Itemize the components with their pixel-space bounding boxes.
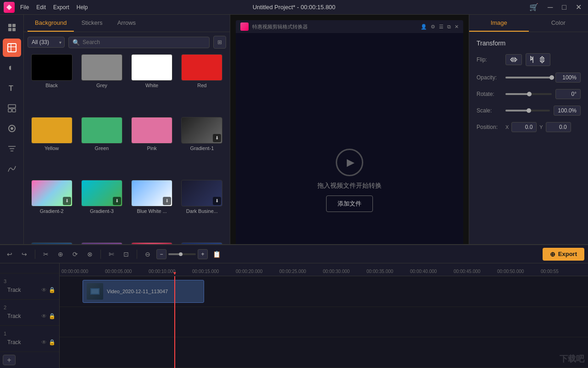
sidebar-item-effects[interactable] xyxy=(3,119,21,138)
bg-item-darkbusiness[interactable]: ⬇ Dark Busine... xyxy=(178,180,226,241)
timeline-toolbar: ↩ ↪ ✂ ⊕ ⟳ ⊗ ✄ ⊡ ⊖ − + 📋 ⊕ Export xyxy=(0,245,588,263)
zoom-in-button[interactable]: + xyxy=(198,249,208,259)
sidebar-item-audio[interactable] xyxy=(3,59,21,77)
preview-restore-icon[interactable]: ⧉ xyxy=(447,24,451,30)
y-value[interactable]: 0.0 xyxy=(546,122,571,132)
bg-item-gradient2[interactable]: ⬇ Gradient-2 xyxy=(28,180,76,241)
tab-color[interactable]: Color xyxy=(529,15,588,32)
sidebar-item-template[interactable] xyxy=(3,99,21,117)
svg-rect-2 xyxy=(8,28,11,31)
bg-label-gradient3: Gradient-3 xyxy=(90,208,114,214)
separator xyxy=(35,250,35,259)
tab-stickers[interactable]: Stickers xyxy=(74,15,110,32)
svg-rect-0 xyxy=(8,24,11,27)
tab-arrows[interactable]: Arrows xyxy=(110,15,143,32)
titlebar-left: File Edit Export Help xyxy=(4,2,88,13)
sidebar-item-filter[interactable] xyxy=(3,139,21,158)
bg-item-yellow[interactable]: Yellow xyxy=(28,117,76,178)
track-labels: 3 Track 👁 🔒 2 Track 👁 🔒 xyxy=(0,263,60,368)
sidebar-item-text[interactable]: T xyxy=(3,79,21,97)
visibility-icon-3[interactable]: 👁 xyxy=(41,287,47,293)
copy-button[interactable]: ⊕ xyxy=(55,248,67,260)
undo-button[interactable]: ↩ xyxy=(4,248,16,260)
zoom-handle[interactable] xyxy=(179,252,183,256)
bg-item-bluewhite[interactable]: ⬇ Blue White ... xyxy=(128,180,176,241)
opacity-thumb[interactable] xyxy=(549,75,554,80)
preview-close-icon[interactable]: ✕ xyxy=(455,24,459,30)
flip-v-button[interactable] xyxy=(526,53,550,66)
lock-icon-1[interactable]: 🔒 xyxy=(49,339,55,346)
bg-item-gradient3[interactable]: ⬇ Gradient-3 xyxy=(78,180,126,241)
visibility-icon-1[interactable]: 👁 xyxy=(41,339,47,346)
ruler-mark-8: 00:00:40.000 xyxy=(410,269,454,274)
bg-item-white[interactable]: White xyxy=(128,54,176,115)
bg-item-black[interactable]: Black xyxy=(28,54,76,115)
bg-thumb-white xyxy=(131,54,172,81)
flip-h-button[interactable] xyxy=(505,54,522,65)
timeline-content: 3 Track 👁 🔒 2 Track 👁 🔒 xyxy=(0,263,588,368)
maximize-button[interactable]: □ xyxy=(559,2,569,12)
position-xy: X 0.0 Y 0.0 xyxy=(505,122,571,132)
x-value[interactable]: 0.0 xyxy=(511,122,537,132)
sidebar-item-background[interactable] xyxy=(3,39,21,57)
split-button[interactable]: ✄ xyxy=(105,248,117,260)
category-select[interactable]: All (33) Solid Gradient Business xyxy=(32,39,61,45)
rotate-thumb[interactable] xyxy=(527,92,532,96)
lock-icon-2[interactable]: 🔒 xyxy=(49,313,55,319)
scale-slider[interactable] xyxy=(505,110,550,112)
opacity-value: 100% xyxy=(555,72,581,83)
tab-background[interactable]: Background xyxy=(28,15,74,32)
export-button[interactable]: ⊕ Export xyxy=(543,248,584,261)
bg-item-red[interactable]: Red xyxy=(178,54,226,115)
svg-rect-1 xyxy=(12,24,16,27)
paste-button[interactable]: ⟳ xyxy=(69,248,81,260)
minimize-button[interactable]: ─ xyxy=(545,2,555,12)
menu-file[interactable]: File xyxy=(20,4,29,11)
search-input[interactable] xyxy=(83,39,205,45)
preview-menu-icon[interactable]: ☰ xyxy=(439,24,444,30)
bg-thumb-red xyxy=(181,54,222,81)
bg-item-grey[interactable]: Grey xyxy=(78,54,126,115)
bg-item-green[interactable]: Green xyxy=(78,117,126,178)
menu-export[interactable]: Export xyxy=(53,4,69,11)
opacity-label: Opacity: xyxy=(477,74,502,81)
sidebar-item-home[interactable] xyxy=(3,18,21,37)
clip-name: Video_2020-12-11_113047 xyxy=(107,289,168,294)
preview-settings-icon[interactable]: ⚙ xyxy=(431,24,435,30)
cut-button[interactable]: ✂ xyxy=(40,248,52,260)
zoom-out-button[interactable]: − xyxy=(156,249,166,259)
timeline: ↩ ↪ ✂ ⊕ ⟳ ⊗ ✄ ⊡ ⊖ − + 📋 ⊕ Export xyxy=(0,244,588,368)
download-icon: ⬇ xyxy=(63,197,71,205)
position-label: Position: xyxy=(477,124,502,130)
visibility-icon-2[interactable]: 👁 xyxy=(41,313,47,319)
add-file-button[interactable]: 添加文件 xyxy=(326,195,373,212)
tab-image[interactable]: Image xyxy=(469,15,529,32)
menu-help[interactable]: Help xyxy=(77,4,88,11)
ruler-mark-9: 00:00:45.000 xyxy=(454,269,497,274)
bg-item-pink[interactable]: Pink xyxy=(128,117,176,178)
crop-button[interactable]: ⊡ xyxy=(120,248,132,260)
grid-toggle-button[interactable]: ⊞ xyxy=(213,36,226,49)
close-button[interactable]: ✕ xyxy=(573,2,584,12)
zoom-slider[interactable] xyxy=(168,253,196,255)
playhead[interactable] xyxy=(174,276,175,368)
redo-button[interactable]: ↪ xyxy=(18,248,30,260)
bg-item-gradient1[interactable]: ⬇ Gradient-1 xyxy=(178,117,226,178)
category-dropdown[interactable]: All (33) Solid Gradient Business ▾ xyxy=(28,37,65,48)
menu-edit[interactable]: Edit xyxy=(36,4,46,11)
snapshot-tl-button[interactable]: 📋 xyxy=(211,248,222,260)
cart-icon[interactable]: 🛒 xyxy=(527,2,541,12)
download-icon: ⬇ xyxy=(213,134,221,142)
separator2 xyxy=(100,250,101,259)
search-box[interactable]: 🔍 xyxy=(68,37,210,48)
rotate-slider[interactable] xyxy=(505,93,552,95)
add-track-button[interactable]: + xyxy=(3,355,16,365)
delete-button[interactable]: ⊗ xyxy=(84,248,96,260)
bg-thumb-green xyxy=(81,117,122,144)
lock-icon-3[interactable]: 🔒 xyxy=(49,287,55,293)
scale-thumb[interactable] xyxy=(527,108,531,113)
video-clip[interactable]: Video_2020-12-11_113047 xyxy=(83,280,204,303)
marker-button[interactable]: ⊖ xyxy=(142,248,154,260)
sidebar-item-curve[interactable] xyxy=(3,160,21,178)
opacity-slider[interactable] xyxy=(505,77,552,78)
